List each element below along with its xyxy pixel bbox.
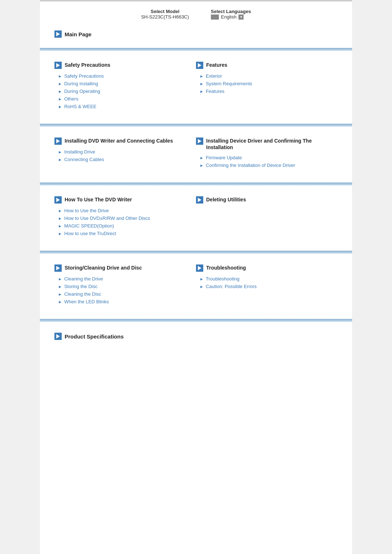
grid-row-2: Installing DVD Writer and Connecting Cab… xyxy=(40,130,352,179)
header-languages: Select Languages English ▼ xyxy=(211,9,251,20)
bullet-icon: ► xyxy=(200,277,204,281)
link-storing-disc[interactable]: Storing the Disc xyxy=(64,284,98,289)
list-item: ► Connecting Cables xyxy=(58,157,189,162)
safety-title: Safety Precautions xyxy=(65,62,110,68)
grid-row-4: Storing/Cleaning Drive and Disc ► Cleani… xyxy=(40,257,352,315)
link-cleaning-drive[interactable]: Cleaning the Drive xyxy=(64,276,103,282)
list-item: ► Installing Drive xyxy=(58,149,189,155)
link-cleaning-disc[interactable]: Cleaning the Disc xyxy=(64,291,101,297)
bullet-icon: ► xyxy=(200,163,204,168)
list-item: ► RoHS & WEEE xyxy=(58,104,189,109)
header-model: Select Model SH-S223C(TS-H663C) xyxy=(141,9,189,20)
grid-row-1: Safety Precautions ► Safety Precautions … xyxy=(40,54,352,120)
link-during-operating[interactable]: During Operating xyxy=(64,89,100,94)
link-led-blinks[interactable]: When the LED Blinks xyxy=(64,299,109,304)
list-item: ► System Requirements xyxy=(200,81,330,86)
safety-icon xyxy=(54,62,62,69)
installing-driver-title-row: Installing Device Driver and Confirming … xyxy=(196,138,330,151)
list-item: ► Storing the Disc xyxy=(58,284,189,289)
model-label: Select Model xyxy=(141,9,189,14)
svg-marker-5 xyxy=(56,198,60,202)
how-to-use-title: How To Use The DVD Writer xyxy=(65,196,132,203)
col-how-to-use: How To Use The DVD Writer ► How to Use t… xyxy=(54,196,196,240)
divider-bar-2 xyxy=(40,124,352,127)
installing-dvd-title-row: Installing DVD Writer and Connecting Cab… xyxy=(54,138,189,145)
lang-row[interactable]: English ▼ xyxy=(211,14,251,20)
link-features[interactable]: Features xyxy=(206,89,224,94)
bullet-icon: ► xyxy=(58,224,62,228)
troubleshooting-links: ► Troubleshooting ► Caution: Possible Er… xyxy=(196,276,330,289)
safety-links: ► Safety Precautions ► During Installing… xyxy=(54,73,189,109)
link-how-to-use-drive[interactable]: How to Use the Drive xyxy=(64,208,109,213)
bullet-icon: ► xyxy=(58,216,62,221)
link-connecting-cables[interactable]: Connecting Cables xyxy=(64,157,104,162)
language-selected: English xyxy=(221,14,237,20)
bullet-icon: ► xyxy=(58,150,62,154)
list-item: ► How to Use DVD±R/RW and Other Discs xyxy=(58,216,189,221)
bullet-icon: ► xyxy=(200,74,204,78)
bullet-icon: ► xyxy=(58,82,62,86)
bullet-icon: ► xyxy=(200,156,204,160)
header: Select Model SH-S223C(TS-H663C) Select L… xyxy=(40,1,352,23)
link-during-installing[interactable]: During Installing xyxy=(64,81,98,86)
link-system-requirements[interactable]: System Requirements xyxy=(206,81,252,86)
list-item: ► How to Use the Drive xyxy=(58,208,189,213)
main-page-section: Main Page xyxy=(40,23,352,44)
link-safety-precautions[interactable]: Safety Precautions xyxy=(64,73,104,79)
col-storing: Storing/Cleaning Drive and Disc ► Cleani… xyxy=(54,264,196,308)
installing-dvd-icon xyxy=(54,138,62,145)
storing-title: Storing/Cleaning Drive and Disc xyxy=(65,264,142,271)
troubleshooting-title-row: Troubleshooting xyxy=(196,264,330,272)
link-confirming-installation[interactable]: Confirming the Installation of Device Dr… xyxy=(206,163,295,168)
bullet-icon: ► xyxy=(58,74,62,78)
languages-label: Select Languages xyxy=(211,9,251,14)
col-deleting: Deleting Utilities xyxy=(196,196,338,240)
bullet-icon: ► xyxy=(58,209,62,213)
bullet-icon: ► xyxy=(58,292,62,296)
list-item: ► Exterior xyxy=(200,73,330,79)
svg-marker-6 xyxy=(198,198,201,202)
deleting-icon xyxy=(196,196,203,204)
features-title-row: Features xyxy=(196,62,330,69)
svg-marker-9 xyxy=(56,334,60,338)
link-firmware-update[interactable]: Firmware Update xyxy=(206,155,242,160)
link-magic-speed[interactable]: MAGIC SPEED(Option) xyxy=(64,223,114,229)
model-value: SH-S223C(TS-H663C) xyxy=(141,14,189,20)
link-trudirect[interactable]: How to use the TruDirect xyxy=(64,231,116,236)
link-caution-possible-errors[interactable]: Caution: Possible Errors xyxy=(206,284,257,289)
product-spec-icon xyxy=(54,333,62,340)
list-item: ► How to use the TruDirect xyxy=(58,231,189,236)
how-to-use-title-row: How To Use The DVD Writer xyxy=(54,196,189,204)
list-item: ► When the LED Blinks xyxy=(58,299,189,304)
storing-title-row: Storing/Cleaning Drive and Disc xyxy=(54,264,189,272)
installing-dvd-title: Installing DVD Writer and Connecting Cab… xyxy=(65,138,173,144)
installing-driver-icon xyxy=(196,138,203,145)
main-page-title-row: Main Page xyxy=(54,30,338,38)
list-item: ► Others xyxy=(58,96,189,102)
svg-marker-8 xyxy=(198,266,201,270)
product-spec-title[interactable]: Product Specifications xyxy=(65,333,124,340)
product-spec-section: Product Specifications xyxy=(40,325,352,357)
dropdown-arrow-icon[interactable]: ▼ xyxy=(238,15,244,20)
link-how-to-use-dvd[interactable]: How to Use DVD±R/RW and Other Discs xyxy=(64,216,150,221)
troubleshooting-icon xyxy=(196,264,203,272)
divider-bar-4 xyxy=(40,251,352,254)
svg-marker-2 xyxy=(198,63,201,67)
link-installing-drive[interactable]: Installing Drive xyxy=(64,149,95,155)
list-item: ► Confirming the Installation of Device … xyxy=(200,163,330,168)
divider-bar-3 xyxy=(40,182,352,185)
deleting-title: Deleting Utilities xyxy=(206,196,246,203)
col-installing-driver: Installing Device Driver and Confirming … xyxy=(196,138,338,172)
link-troubleshooting[interactable]: Troubleshooting xyxy=(206,276,240,282)
col-safety: Safety Precautions ► Safety Precautions … xyxy=(54,62,196,113)
link-others[interactable]: Others xyxy=(64,96,78,102)
list-item: ► Caution: Possible Errors xyxy=(200,284,330,289)
bullet-icon: ► xyxy=(58,231,62,236)
main-page-icon xyxy=(54,30,62,38)
svg-marker-0 xyxy=(56,32,60,36)
troubleshooting-title: Troubleshooting xyxy=(206,264,246,271)
link-exterior[interactable]: Exterior xyxy=(206,73,222,79)
main-page-title[interactable]: Main Page xyxy=(65,31,91,37)
list-item: ► Cleaning the Disc xyxy=(58,291,189,297)
link-rohs-weee[interactable]: RoHS & WEEE xyxy=(64,104,97,109)
